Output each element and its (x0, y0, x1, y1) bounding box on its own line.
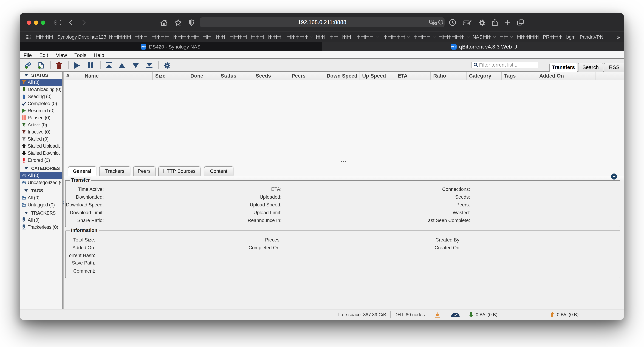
svg-text:A: A (430, 20, 432, 23)
